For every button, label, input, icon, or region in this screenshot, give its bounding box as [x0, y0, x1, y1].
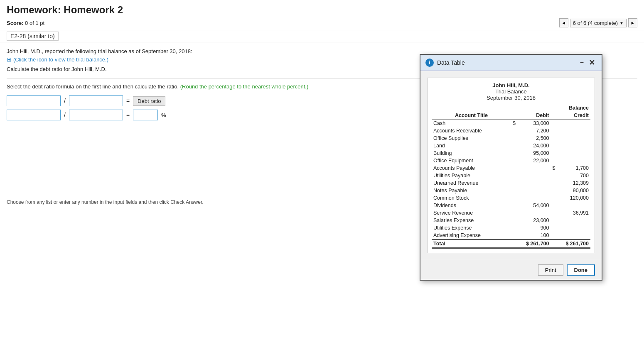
page-header: Homework: Homework 2 Score: 0 of 1 pt ◄ …: [0, 0, 644, 30]
account-cell: Office Equipment: [432, 157, 511, 164]
credit-cell: [551, 127, 591, 134]
account-cell: Accounts Payable: [432, 164, 511, 172]
credit-cell: 120,000: [551, 194, 591, 202]
balance-header: Balance: [511, 104, 590, 112]
info-icon: i: [425, 59, 434, 67]
debit-cell: 2,500: [511, 134, 551, 142]
nav-text: 6 of 6 (4 complete): [573, 20, 618, 26]
account-cell: Accounts Receivable: [432, 127, 511, 134]
problem-intro: John Hill, M.D., reported the following …: [7, 48, 637, 54]
score-label: Score:: [7, 20, 23, 26]
debit-header: Debit: [511, 112, 551, 120]
score-value: 0 of 1 pt: [25, 20, 44, 26]
modal-title: Data Table: [437, 59, 465, 66]
round-note: (Round the percentage to the nearest who…: [180, 83, 309, 90]
debit-cell: [511, 164, 551, 172]
nav-dropdown[interactable]: 6 of 6 (4 complete) ▼: [570, 19, 627, 27]
credit-cell: [551, 202, 591, 209]
account-cell: Common Stock: [432, 194, 511, 202]
table-row: Accounts Payable$1,700: [432, 164, 590, 172]
credit-cell: 12,309: [551, 179, 591, 187]
debit-cell: 24,000: [511, 142, 551, 149]
account-cell: Land: [432, 142, 511, 149]
debit-cell: 54,000: [511, 202, 551, 209]
click-link-text: (Click the icon to view the trial balanc…: [13, 56, 108, 63]
result-percent-input[interactable]: [133, 110, 158, 120]
debit-cell: 22,000: [511, 157, 551, 164]
formula-input-1a[interactable]: [7, 95, 61, 106]
debit-cell: [511, 179, 551, 187]
score-display: Score: 0 of 1 pt: [7, 20, 44, 26]
trial-balance-table: Balance Account Title Debit Credit Cash$…: [432, 104, 590, 209]
account-cell: Building: [432, 149, 511, 157]
credit-cell: 700: [551, 172, 591, 179]
debit-cell: [511, 187, 551, 194]
formula-input-1b[interactable]: [69, 95, 123, 106]
chevron-down-icon: ▼: [619, 21, 624, 25]
debt-ratio-label: Debt ratio: [133, 96, 165, 106]
table-row: Office Supplies2,500: [432, 134, 590, 142]
col-header-row: Account Title Debit Credit: [432, 112, 590, 120]
nav-controls: ◄ 6 of 6 (4 complete) ▼ ►: [559, 18, 637, 27]
credit-cell: 90,000: [551, 187, 591, 194]
table-row: Notes Payable90,000: [432, 187, 590, 194]
credit-cell: [551, 142, 591, 149]
percent-sign: %: [161, 112, 166, 118]
table-row: Building95,000: [432, 149, 590, 157]
modal-header: i Data Table − ✕: [420, 55, 602, 71]
table-row: Office Equipment22,000: [432, 157, 590, 164]
account-cell: Unearned Revenue: [432, 179, 511, 187]
account-cell: Office Supplies: [432, 134, 511, 142]
score-line: Score: 0 of 1 pt ◄ 6 of 6 (4 complete) ▼…: [7, 18, 637, 27]
equals-sign-1: =: [126, 98, 130, 104]
table-row: Unearned Revenue12,309: [432, 179, 590, 187]
modal-close-button[interactable]: ✕: [587, 58, 597, 67]
divider-slash-1: /: [64, 98, 66, 104]
account-cell: Cash: [432, 120, 511, 127]
credit-cell: [551, 120, 591, 127]
doc-title: Trial Balance: [432, 88, 590, 95]
table-row: Dividends54,000: [432, 202, 590, 209]
modal-header-left: i Data Table: [425, 59, 465, 67]
table-row: Common Stock120,000: [432, 194, 590, 202]
balance-header-row: Balance: [432, 104, 590, 112]
credit-cell: [551, 134, 591, 142]
table-body: Cash$33,000Accounts Receivable7,200Offic…: [432, 120, 590, 210]
account-title-header: Account Title: [432, 112, 511, 120]
debit-cell: [511, 172, 551, 179]
table-row: Land24,000: [432, 142, 590, 149]
formula-input-2a[interactable]: [7, 110, 61, 120]
trial-balance-header: John Hill, M.D. Trial Balance September …: [432, 82, 590, 101]
next-button[interactable]: ►: [628, 18, 637, 27]
modal-body: John Hill, M.D. Trial Balance September …: [420, 71, 602, 209]
company-name: John Hill, M.D.: [432, 82, 590, 88]
bottom-note: Choose from any list or enter any number…: [7, 199, 204, 205]
credit-header: Credit: [551, 112, 591, 120]
modal-controls: − ✕: [578, 58, 597, 67]
account-cell: Dividends: [432, 202, 511, 209]
page-title: Homework: Homework 2: [7, 4, 637, 16]
data-table-container: John Hill, M.D. Trial Balance September …: [427, 78, 595, 209]
credit-cell: [551, 157, 591, 164]
table-row: Cash$33,000: [432, 120, 590, 127]
account-cell: Notes Payable: [432, 187, 511, 194]
formula-input-2b[interactable]: [69, 110, 123, 120]
modal-minimize-button[interactable]: −: [578, 59, 585, 66]
instructions-text: Select the debt ratio formula on the fir…: [7, 83, 179, 90]
table-row: Accounts Receivable7,200: [432, 127, 590, 134]
doc-date: September 30, 2018: [432, 95, 590, 101]
divider-slash-2: /: [64, 112, 66, 118]
table-row: Utilities Payable700: [432, 172, 590, 179]
account-cell: Utilities Payable: [432, 172, 511, 179]
debit-cell: 7,200: [511, 127, 551, 134]
credit-cell: $1,700: [551, 164, 591, 172]
trial-balance-link[interactable]: ⊞ (Click the icon to view the trial bala…: [7, 56, 108, 63]
account-col-header: [432, 104, 511, 112]
debit-cell: $33,000: [511, 120, 551, 127]
prev-button[interactable]: ◄: [559, 18, 568, 27]
problem-id-label: E2-28 (similar to): [7, 32, 59, 41]
equals-sign-2: =: [126, 112, 130, 118]
debit-cell: [511, 194, 551, 202]
credit-cell: [551, 149, 591, 157]
debit-cell: 95,000: [511, 149, 551, 157]
